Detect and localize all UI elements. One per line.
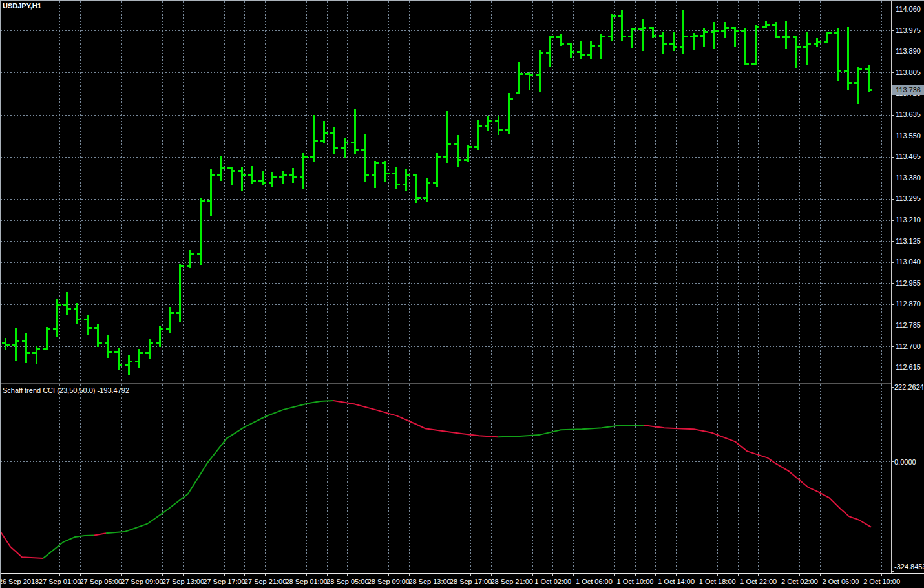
current-price-badge: 113.736: [892, 85, 924, 95]
indicator-label: Schaff trend CCI (23,50,50.0) -193.4792: [3, 386, 129, 395]
indicator-axis-label: -324.8453: [894, 563, 924, 571]
price-axis-label: 113.380: [896, 174, 921, 182]
ohlc-bars: [2, 10, 873, 375]
indicator-grid: [1, 384, 891, 572]
indicator-axis-label: 222.2624: [894, 383, 924, 392]
price-axis-label: 113.125: [896, 237, 921, 246]
indicator-line: [1, 401, 871, 558]
indicator-axis-label: 0.0000: [894, 458, 916, 467]
axis-frame-lines: [1, 1, 924, 574]
axis-ticks: [19, 10, 894, 576]
price-axis-label: 113.040: [896, 258, 921, 266]
price-axis-label: 113.635: [896, 110, 921, 119]
price-axis-label: 112.955: [896, 279, 921, 288]
price-axis-label: 112.700: [896, 342, 921, 351]
mt4-chart-window: USDJPY,H1 Schaff trend CCI (23,50,50.0) …: [0, 0, 924, 588]
symbol-period-label: USDJPY,H1: [3, 2, 41, 10]
price-axis-label: 112.870: [896, 300, 921, 308]
price-axis-label: 112.615: [896, 363, 921, 372]
price-axis-label: 113.465: [896, 152, 921, 161]
price-axis-label: 113.890: [896, 47, 921, 56]
price-axis-label: 113.295: [896, 194, 921, 203]
price-axis-label: 113.210: [896, 216, 921, 224]
price-axis-label: 113.550: [896, 132, 921, 140]
price-axis-label: 113.975: [896, 26, 921, 35]
chart-canvas[interactable]: [1, 1, 924, 588]
time-axis-label: 2 Oct 10:00: [851, 578, 913, 586]
price-axis-label: 112.785: [896, 321, 921, 330]
price-axis-label: 114.060: [896, 5, 921, 14]
price-axis-label: 113.805: [896, 68, 921, 77]
main-chart-grid: [1, 1, 891, 383]
